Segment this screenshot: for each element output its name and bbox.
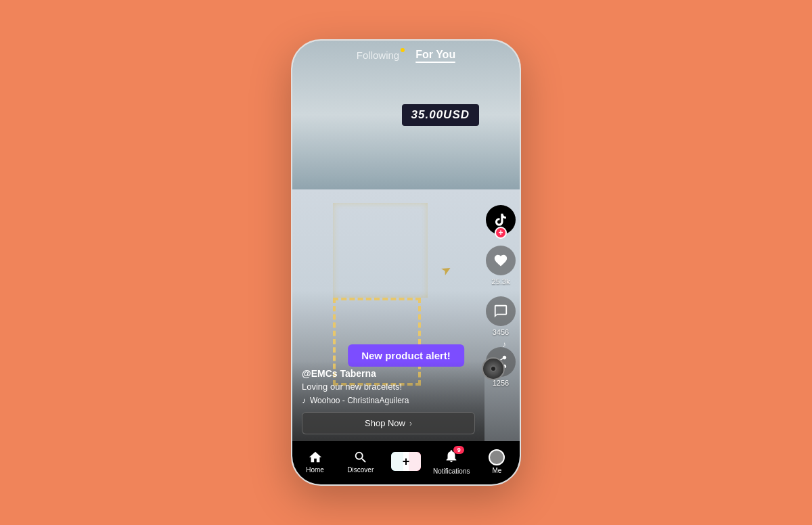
music-notes-float: ♪ [502,338,506,350]
nav-add[interactable]: + [383,452,428,471]
nav-foryou-label: For You [415,49,455,60]
nav-notifications-label: Notifications [433,467,470,475]
music-note-float-icon: ♪ [502,340,506,349]
bottom-nav: Home Discover + 9 Notifications Me [292,441,520,484]
avatar-plus-btn[interactable]: + [495,227,507,239]
music-row: ♪ Woohoo - ChristinaAguilera [302,396,475,405]
phone-shell: Following For You 35.00USD ➤ New product… [291,39,521,486]
video-area: Following For You 35.00USD ➤ New product… [292,41,520,441]
nav-add-plus-icon: + [403,455,410,469]
heart-icon [493,253,508,268]
nav-following-container[interactable]: Following [357,49,399,62]
avatar-circle: + [486,205,516,235]
disc-inner [490,365,497,372]
comment-action[interactable]: 3456 [486,296,516,336]
nav-foryou-container[interactable]: For You [415,49,455,63]
music-note-icon: ♪ [302,396,306,405]
arrow-charm: ➤ [438,261,455,279]
music-name: Woohoo - ChristinaAguilera [310,396,409,405]
nav-me[interactable]: Me [474,449,520,474]
nav-home[interactable]: Home [292,450,338,474]
nav-notifications[interactable]: 9 Notifications [429,449,474,475]
home-icon [308,450,323,465]
nav-add-btn[interactable]: + [391,452,421,471]
nav-home-label: Home [306,466,324,474]
like-icon-circle [486,246,516,275]
top-nav: Following For You [292,41,520,70]
avatar-action[interactable]: + [486,205,516,235]
bracelet-image: ➤ [333,203,455,271]
shop-chevron-icon: › [409,419,412,428]
nav-discover[interactable]: Discover [338,450,383,474]
like-action[interactable]: 25.3k [486,246,516,286]
caption: Loving our new bracelets! [302,382,475,392]
bracelet-ring-1 [333,203,428,298]
nav-me-label: Me [492,467,501,474]
spinning-disc [482,357,505,380]
shop-now-label: Shop Now [365,418,405,428]
comment-icon-circle [486,296,516,326]
notifications-badge: 9 [453,446,464,454]
comment-count: 3456 [493,328,509,336]
price-tag[interactable]: 35.00USD [402,104,479,126]
like-count: 25.3k [492,277,510,286]
video-overlay: @EMCs Taberna Loving our new bracelets! … [292,361,484,441]
search-icon [353,450,368,465]
nav-avatar [489,449,505,465]
comment-icon [493,304,508,319]
username[interactable]: @EMCs Taberna [302,368,475,379]
nav-discover-label: Discover [347,466,374,474]
nav-dot [401,48,405,52]
tiktok-logo-icon [493,212,508,227]
nav-following-label: Following [357,49,399,61]
shop-now-button[interactable]: Shop Now › [302,412,475,434]
nav-underline [415,62,455,63]
